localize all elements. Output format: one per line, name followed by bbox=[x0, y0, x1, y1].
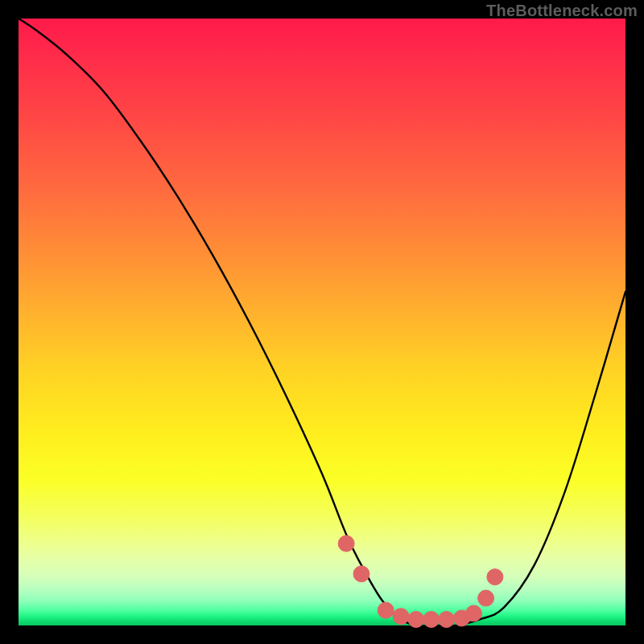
chart-svg bbox=[19, 19, 625, 625]
optimal-range-markers bbox=[338, 535, 503, 627]
optimal-marker bbox=[338, 535, 354, 551]
optimal-marker bbox=[408, 611, 424, 627]
chart-frame: TheBottleneck.com bbox=[0, 0, 644, 644]
optimal-marker bbox=[439, 611, 455, 627]
optimal-marker bbox=[487, 569, 503, 585]
optimal-marker bbox=[423, 611, 440, 627]
optimal-marker bbox=[393, 609, 409, 625]
optimal-marker bbox=[353, 566, 369, 582]
optimal-marker bbox=[378, 602, 394, 618]
watermark-text: TheBottleneck.com bbox=[486, 2, 638, 20]
plot-area bbox=[19, 19, 625, 625]
bottleneck-curve bbox=[19, 19, 625, 626]
optimal-marker bbox=[466, 605, 482, 621]
optimal-marker bbox=[478, 590, 494, 606]
